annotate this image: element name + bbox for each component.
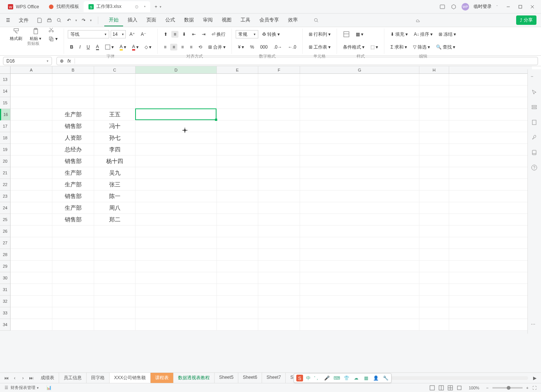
- scroll-right-icon[interactable]: ▶: [531, 375, 538, 381]
- cell-C30[interactable]: [94, 272, 136, 284]
- sheet-tab-4[interactable]: 课程表: [151, 373, 174, 383]
- menu-会员专享[interactable]: 会员专享: [255, 14, 283, 26]
- cell-G33[interactable]: [300, 307, 419, 319]
- cell-H34[interactable]: [419, 319, 449, 330]
- cell-C16[interactable]: 王五: [94, 109, 136, 120]
- sheet-tab-1[interactable]: 员工信息: [59, 373, 87, 383]
- cell-E17[interactable]: [217, 120, 258, 132]
- cell-F22[interactable]: [258, 179, 300, 190]
- row-header-26[interactable]: 26: [0, 226, 10, 237]
- cell-H30[interactable]: [419, 272, 449, 284]
- cell-G17[interactable]: [300, 120, 419, 132]
- cell-A20[interactable]: [11, 156, 52, 167]
- col-header-E[interactable]: E: [217, 66, 258, 73]
- cell-D17[interactable]: [136, 120, 217, 132]
- cell-A30[interactable]: [11, 272, 52, 284]
- align-middle-icon[interactable]: ≡: [171, 31, 178, 38]
- login-label[interactable]: 临时登录: [474, 3, 492, 10]
- cell-D30[interactable]: [136, 272, 217, 284]
- cell-F25[interactable]: [258, 214, 300, 225]
- cell-D24[interactable]: [136, 202, 217, 214]
- cell-A23[interactable]: [11, 191, 52, 202]
- cell-H18[interactable]: [419, 132, 449, 143]
- cell-G24[interactable]: [300, 202, 419, 214]
- minus-icon[interactable]: −: [531, 74, 538, 81]
- cell-D27[interactable]: [136, 237, 217, 249]
- sheet-manage-icon[interactable]: ☰: [5, 385, 8, 390]
- cell-B29[interactable]: [52, 261, 94, 272]
- cell-H17[interactable]: [419, 120, 449, 132]
- cell-D29[interactable]: [136, 261, 217, 272]
- pointer-icon[interactable]: [531, 89, 538, 96]
- formula-bar[interactable]: ⊕ fx: [56, 57, 538, 65]
- col-header-F[interactable]: F: [258, 66, 300, 73]
- cell-F28[interactable]: [258, 249, 300, 260]
- menu-插入[interactable]: 插入: [123, 14, 142, 26]
- cell-A21[interactable]: [11, 167, 52, 178]
- row-header-14[interactable]: 14: [0, 85, 10, 97]
- grid-body[interactable]: 生产部王五销售部冯十人资部孙七总经办李四销售部杨十四生产部吴九生产部张三销售部陈…: [11, 74, 532, 331]
- cell-B16[interactable]: 生产部: [52, 109, 94, 120]
- cell-F24[interactable]: [258, 202, 300, 214]
- search-icon[interactable]: [313, 17, 320, 24]
- col-header-D[interactable]: D: [136, 66, 217, 73]
- cell-C22[interactable]: 张三: [94, 179, 136, 190]
- paste-button[interactable]: 粘贴 ▾: [27, 26, 44, 43]
- cell-A18[interactable]: [11, 132, 52, 143]
- align-bottom-icon[interactable]: ⬇: [180, 31, 188, 38]
- cell-F31[interactable]: [258, 284, 300, 295]
- cell-E25[interactable]: [217, 214, 258, 225]
- cell-G20[interactable]: [300, 156, 419, 167]
- currency-icon[interactable]: ¥ ▾: [236, 44, 246, 50]
- expand-icon[interactable]: ⛶: [532, 386, 536, 390]
- cell-E18[interactable]: [217, 132, 258, 143]
- cell-A13[interactable]: [11, 74, 52, 85]
- menu-数据[interactable]: 数据: [180, 14, 198, 26]
- cell-A14[interactable]: [11, 85, 52, 97]
- cell-C34[interactable]: [94, 319, 136, 330]
- cell-H31[interactable]: [419, 284, 449, 295]
- cell-A34[interactable]: [11, 319, 52, 330]
- minimize-button[interactable]: [506, 4, 511, 9]
- zoom-label[interactable]: 100%: [466, 386, 482, 390]
- cell-C32[interactable]: [94, 296, 136, 307]
- cell-H16[interactable]: [419, 109, 449, 120]
- cell-C31[interactable]: [94, 284, 136, 295]
- new-tab[interactable]: + ▾: [150, 2, 166, 12]
- undo-icon[interactable]: ↶: [66, 17, 72, 24]
- cell-D21[interactable]: [136, 167, 217, 178]
- merge-button[interactable]: ⊞ 合并 ▾: [206, 43, 228, 51]
- cell-E27[interactable]: [217, 237, 258, 249]
- sheet-tab-0[interactable]: 成绩表: [36, 373, 59, 383]
- cell-G18[interactable]: [300, 132, 419, 143]
- sheet-tab-7[interactable]: Sheet6: [238, 373, 262, 383]
- underline-button[interactable]: U: [84, 44, 92, 50]
- cell-A15[interactable]: [11, 97, 52, 108]
- cell-G19[interactable]: [300, 144, 419, 155]
- cell-H20[interactable]: [419, 156, 449, 167]
- row-header-21[interactable]: 21: [0, 167, 10, 179]
- cell-A33[interactable]: [11, 307, 52, 319]
- app-tab[interactable]: W WPS Office: [3, 2, 44, 12]
- avatar[interactable]: WP: [462, 3, 469, 11]
- cell-H14[interactable]: [419, 85, 449, 97]
- cell-D33[interactable]: [136, 307, 217, 319]
- more-icon[interactable]: ⋯: [531, 322, 538, 329]
- ime-lang-label[interactable]: 中: [306, 375, 311, 381]
- bold-button[interactable]: B: [68, 44, 76, 50]
- cell-B13[interactable]: [52, 74, 94, 85]
- cell-G13[interactable]: [300, 74, 419, 85]
- cell-G22[interactable]: [300, 179, 419, 190]
- view-break-icon[interactable]: [448, 385, 453, 390]
- ime-shirt-icon[interactable]: 👕: [343, 375, 350, 381]
- ime-user-icon[interactable]: 👤: [372, 375, 379, 381]
- cell-B34[interactable]: [52, 319, 94, 330]
- cell-B20[interactable]: 销售部: [52, 156, 94, 167]
- fill-button[interactable]: ⬇ 填充 ▾: [388, 31, 410, 38]
- cell-D32[interactable]: [136, 296, 217, 307]
- cell-D23[interactable]: [136, 191, 217, 202]
- cell-B23[interactable]: 销售部: [52, 191, 94, 202]
- row-header-23[interactable]: 23: [0, 191, 10, 202]
- cell-B25[interactable]: 销售部: [52, 214, 94, 225]
- convert-button[interactable]: ♻ 转换 ▾: [260, 31, 282, 38]
